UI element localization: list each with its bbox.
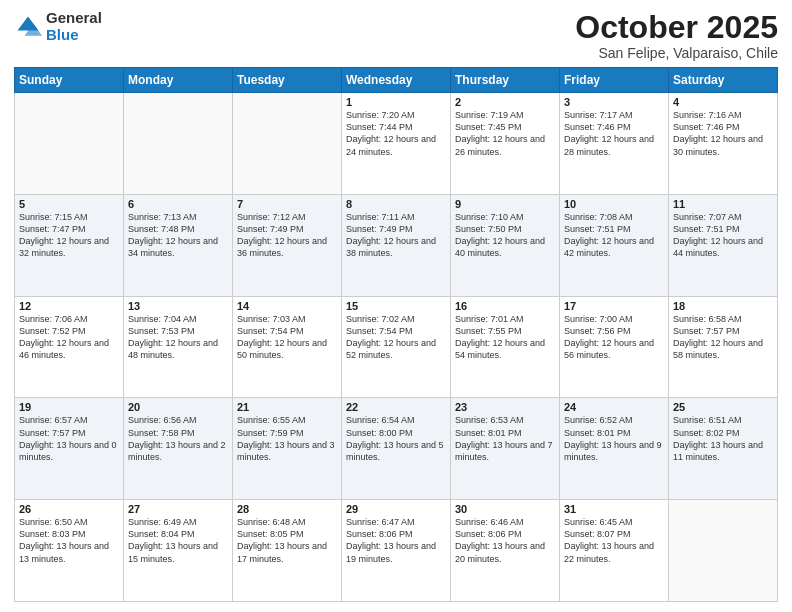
- day-number: 3: [564, 96, 664, 108]
- day-number: 19: [19, 401, 119, 413]
- day-info: Sunrise: 6:57 AMSunset: 7:57 PMDaylight:…: [19, 414, 119, 463]
- calendar-cell-5-6: 31Sunrise: 6:45 AMSunset: 8:07 PMDayligh…: [560, 500, 669, 602]
- day-number: 20: [128, 401, 228, 413]
- day-number: 8: [346, 198, 446, 210]
- calendar-cell-2-1: 5Sunrise: 7:15 AMSunset: 7:47 PMDaylight…: [15, 194, 124, 296]
- calendar-row-5: 26Sunrise: 6:50 AMSunset: 8:03 PMDayligh…: [15, 500, 778, 602]
- logo-blue-text: Blue: [46, 27, 102, 44]
- calendar-cell-4-7: 25Sunrise: 6:51 AMSunset: 8:02 PMDayligh…: [669, 398, 778, 500]
- day-number: 23: [455, 401, 555, 413]
- day-number: 27: [128, 503, 228, 515]
- top-section: General Blue October 2025 San Felipe, Va…: [14, 10, 778, 61]
- calendar-cell-2-6: 10Sunrise: 7:08 AMSunset: 7:51 PMDayligh…: [560, 194, 669, 296]
- calendar-cell-4-3: 21Sunrise: 6:55 AMSunset: 7:59 PMDayligh…: [233, 398, 342, 500]
- calendar-cell-2-7: 11Sunrise: 7:07 AMSunset: 7:51 PMDayligh…: [669, 194, 778, 296]
- day-info: Sunrise: 7:17 AMSunset: 7:46 PMDaylight:…: [564, 109, 664, 158]
- day-number: 10: [564, 198, 664, 210]
- calendar-cell-1-1: [15, 93, 124, 195]
- day-info: Sunrise: 7:15 AMSunset: 7:47 PMDaylight:…: [19, 211, 119, 260]
- day-number: 24: [564, 401, 664, 413]
- day-number: 11: [673, 198, 773, 210]
- day-info: Sunrise: 6:54 AMSunset: 8:00 PMDaylight:…: [346, 414, 446, 463]
- day-info: Sunrise: 6:49 AMSunset: 8:04 PMDaylight:…: [128, 516, 228, 565]
- day-number: 5: [19, 198, 119, 210]
- day-info: Sunrise: 7:00 AMSunset: 7:56 PMDaylight:…: [564, 313, 664, 362]
- day-info: Sunrise: 7:06 AMSunset: 7:52 PMDaylight:…: [19, 313, 119, 362]
- header-wednesday: Wednesday: [342, 68, 451, 93]
- day-info: Sunrise: 7:11 AMSunset: 7:49 PMDaylight:…: [346, 211, 446, 260]
- day-info: Sunrise: 7:04 AMSunset: 7:53 PMDaylight:…: [128, 313, 228, 362]
- calendar-cell-3-6: 17Sunrise: 7:00 AMSunset: 7:56 PMDayligh…: [560, 296, 669, 398]
- page: General Blue October 2025 San Felipe, Va…: [0, 0, 792, 612]
- day-info: Sunrise: 6:48 AMSunset: 8:05 PMDaylight:…: [237, 516, 337, 565]
- day-info: Sunrise: 7:01 AMSunset: 7:55 PMDaylight:…: [455, 313, 555, 362]
- calendar-cell-3-7: 18Sunrise: 6:58 AMSunset: 7:57 PMDayligh…: [669, 296, 778, 398]
- day-info: Sunrise: 7:19 AMSunset: 7:45 PMDaylight:…: [455, 109, 555, 158]
- day-number: 28: [237, 503, 337, 515]
- calendar-cell-5-7: [669, 500, 778, 602]
- calendar-cell-3-5: 16Sunrise: 7:01 AMSunset: 7:55 PMDayligh…: [451, 296, 560, 398]
- calendar-cell-5-3: 28Sunrise: 6:48 AMSunset: 8:05 PMDayligh…: [233, 500, 342, 602]
- logo: General Blue: [14, 10, 102, 43]
- day-number: 9: [455, 198, 555, 210]
- day-info: Sunrise: 6:53 AMSunset: 8:01 PMDaylight:…: [455, 414, 555, 463]
- location-subtitle: San Felipe, Valparaiso, Chile: [575, 45, 778, 61]
- calendar-cell-5-1: 26Sunrise: 6:50 AMSunset: 8:03 PMDayligh…: [15, 500, 124, 602]
- day-info: Sunrise: 6:52 AMSunset: 8:01 PMDaylight:…: [564, 414, 664, 463]
- header-tuesday: Tuesday: [233, 68, 342, 93]
- calendar-cell-2-4: 8Sunrise: 7:11 AMSunset: 7:49 PMDaylight…: [342, 194, 451, 296]
- calendar-cell-3-3: 14Sunrise: 7:03 AMSunset: 7:54 PMDayligh…: [233, 296, 342, 398]
- calendar-cell-1-2: [124, 93, 233, 195]
- logo-icon: [14, 13, 42, 41]
- calendar-cell-2-5: 9Sunrise: 7:10 AMSunset: 7:50 PMDaylight…: [451, 194, 560, 296]
- calendar-cell-2-2: 6Sunrise: 7:13 AMSunset: 7:48 PMDaylight…: [124, 194, 233, 296]
- calendar-cell-1-7: 4Sunrise: 7:16 AMSunset: 7:46 PMDaylight…: [669, 93, 778, 195]
- day-info: Sunrise: 6:50 AMSunset: 8:03 PMDaylight:…: [19, 516, 119, 565]
- header-thursday: Thursday: [451, 68, 560, 93]
- day-info: Sunrise: 6:45 AMSunset: 8:07 PMDaylight:…: [564, 516, 664, 565]
- day-info: Sunrise: 7:02 AMSunset: 7:54 PMDaylight:…: [346, 313, 446, 362]
- calendar-cell-2-3: 7Sunrise: 7:12 AMSunset: 7:49 PMDaylight…: [233, 194, 342, 296]
- month-title: October 2025: [575, 10, 778, 45]
- day-info: Sunrise: 7:10 AMSunset: 7:50 PMDaylight:…: [455, 211, 555, 260]
- calendar-table: Sunday Monday Tuesday Wednesday Thursday…: [14, 67, 778, 602]
- day-info: Sunrise: 6:56 AMSunset: 7:58 PMDaylight:…: [128, 414, 228, 463]
- calendar-cell-5-4: 29Sunrise: 6:47 AMSunset: 8:06 PMDayligh…: [342, 500, 451, 602]
- calendar-cell-4-4: 22Sunrise: 6:54 AMSunset: 8:00 PMDayligh…: [342, 398, 451, 500]
- day-info: Sunrise: 7:07 AMSunset: 7:51 PMDaylight:…: [673, 211, 773, 260]
- day-info: Sunrise: 6:46 AMSunset: 8:06 PMDaylight:…: [455, 516, 555, 565]
- day-info: Sunrise: 6:51 AMSunset: 8:02 PMDaylight:…: [673, 414, 773, 463]
- day-number: 25: [673, 401, 773, 413]
- calendar-cell-1-4: 1Sunrise: 7:20 AMSunset: 7:44 PMDaylight…: [342, 93, 451, 195]
- header-saturday: Saturday: [669, 68, 778, 93]
- day-number: 21: [237, 401, 337, 413]
- calendar-cell-1-6: 3Sunrise: 7:17 AMSunset: 7:46 PMDaylight…: [560, 93, 669, 195]
- calendar-row-3: 12Sunrise: 7:06 AMSunset: 7:52 PMDayligh…: [15, 296, 778, 398]
- day-number: 22: [346, 401, 446, 413]
- day-info: Sunrise: 7:16 AMSunset: 7:46 PMDaylight:…: [673, 109, 773, 158]
- calendar-cell-5-2: 27Sunrise: 6:49 AMSunset: 8:04 PMDayligh…: [124, 500, 233, 602]
- calendar-row-4: 19Sunrise: 6:57 AMSunset: 7:57 PMDayligh…: [15, 398, 778, 500]
- day-number: 14: [237, 300, 337, 312]
- day-number: 15: [346, 300, 446, 312]
- day-number: 2: [455, 96, 555, 108]
- day-info: Sunrise: 6:58 AMSunset: 7:57 PMDaylight:…: [673, 313, 773, 362]
- day-number: 16: [455, 300, 555, 312]
- day-info: Sunrise: 6:47 AMSunset: 8:06 PMDaylight:…: [346, 516, 446, 565]
- day-info: Sunrise: 7:08 AMSunset: 7:51 PMDaylight:…: [564, 211, 664, 260]
- day-number: 18: [673, 300, 773, 312]
- day-number: 26: [19, 503, 119, 515]
- logo-general-text: General: [46, 10, 102, 27]
- day-number: 13: [128, 300, 228, 312]
- day-number: 12: [19, 300, 119, 312]
- calendar-cell-3-2: 13Sunrise: 7:04 AMSunset: 7:53 PMDayligh…: [124, 296, 233, 398]
- day-number: 31: [564, 503, 664, 515]
- day-number: 17: [564, 300, 664, 312]
- header-friday: Friday: [560, 68, 669, 93]
- day-number: 7: [237, 198, 337, 210]
- calendar-cell-4-6: 24Sunrise: 6:52 AMSunset: 8:01 PMDayligh…: [560, 398, 669, 500]
- day-number: 1: [346, 96, 446, 108]
- header-sunday: Sunday: [15, 68, 124, 93]
- day-info: Sunrise: 7:20 AMSunset: 7:44 PMDaylight:…: [346, 109, 446, 158]
- header-monday: Monday: [124, 68, 233, 93]
